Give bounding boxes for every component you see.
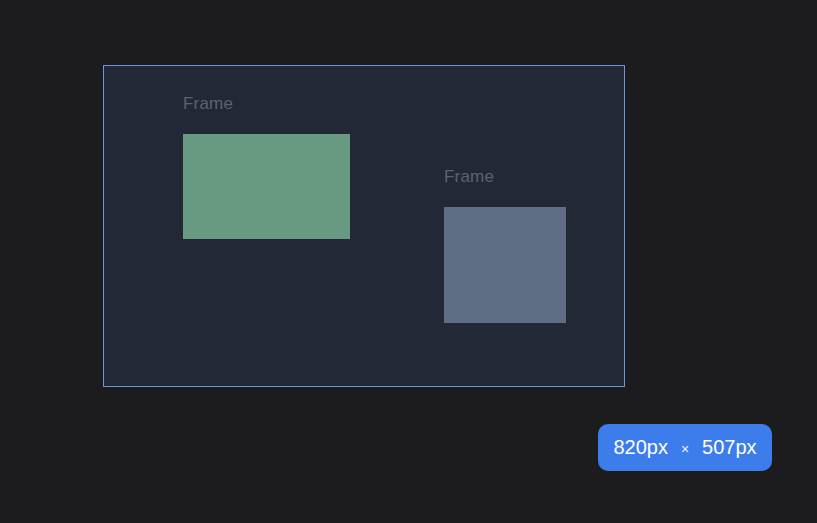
frame-label-gray[interactable]: Frame — [444, 167, 494, 187]
frame-label-green[interactable]: Frame — [183, 94, 233, 114]
frame-rect-gray[interactable] — [444, 207, 566, 323]
badge-width-value: 820px — [613, 436, 668, 459]
multiply-icon: × — [681, 441, 689, 457]
size-badge: 820px × 507px — [598, 424, 772, 471]
canvas[interactable]: Frame Frame 820px × 507px — [0, 0, 817, 523]
badge-height-value: 507px — [702, 436, 757, 459]
selected-frame[interactable]: Frame Frame — [103, 65, 625, 387]
frame-rect-green[interactable] — [183, 134, 350, 239]
